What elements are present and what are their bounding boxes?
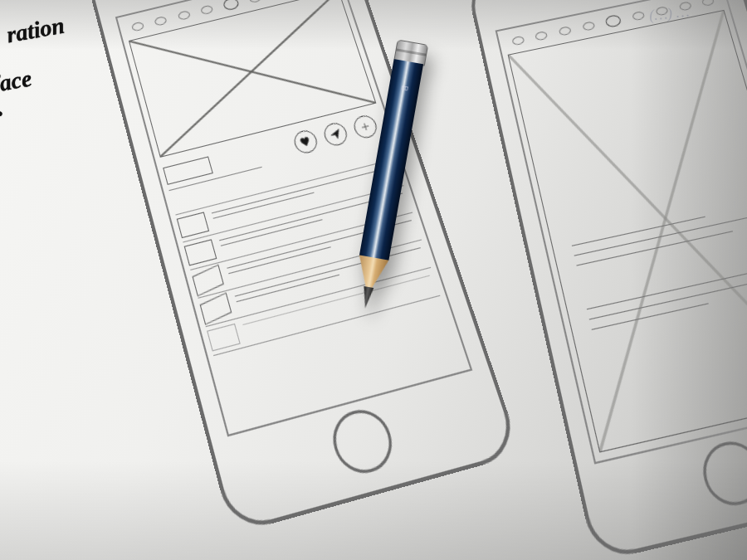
handwritten-annotation: ration s face. — [0, 0, 86, 167]
share-button[interactable] — [321, 120, 349, 148]
dot-icon[interactable] — [701, 0, 715, 7]
pencil-brand-mark: B — [398, 85, 408, 93]
thumb-placeholder — [177, 212, 209, 238]
dot-icon[interactable] — [632, 11, 645, 21]
list — [175, 158, 463, 427]
paper-surface: ration s face. (…) … — [0, 0, 747, 560]
dot-icon[interactable] — [131, 22, 144, 32]
dot-icon[interactable] — [248, 0, 261, 3]
home-button[interactable] — [325, 403, 399, 480]
screen-area — [496, 0, 747, 465]
dot-icon[interactable] — [154, 16, 168, 27]
paper-plane-icon — [328, 127, 343, 142]
dot-icon[interactable] — [655, 6, 668, 16]
like-button[interactable] — [291, 128, 320, 155]
dot-active-icon[interactable] — [605, 14, 622, 28]
dot-icon[interactable] — [200, 5, 213, 16]
dot-icon[interactable] — [559, 26, 572, 36]
dot-icon[interactable] — [177, 10, 190, 21]
thumb-placeholder — [184, 239, 217, 265]
dot-active-icon[interactable] — [222, 0, 240, 12]
pencil-graphite-tip — [360, 286, 374, 309]
home-button[interactable] — [696, 436, 747, 512]
heart-icon — [298, 134, 313, 149]
dot-icon[interactable] — [535, 31, 548, 41]
dot-icon[interactable] — [582, 21, 595, 31]
plus-icon — [358, 119, 374, 134]
phone-wireframe-left — [83, 0, 522, 534]
thumb-placeholder — [207, 324, 241, 352]
dot-icon[interactable] — [678, 1, 691, 11]
phone-wireframe-right — [465, 0, 747, 560]
dot-icon[interactable] — [511, 36, 525, 46]
